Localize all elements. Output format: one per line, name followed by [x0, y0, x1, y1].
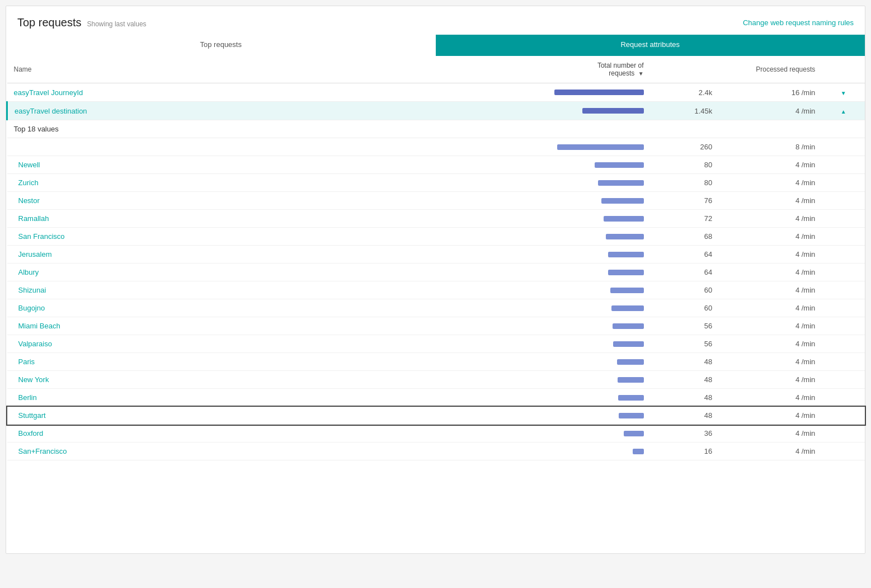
- sub-bar-indicator: [617, 359, 644, 365]
- sub-expand-cell: [822, 192, 865, 210]
- bar-indicator: [582, 108, 644, 114]
- sub-row-name[interactable]: New York: [7, 371, 479, 389]
- sub-row[interactable]: Shizunai 60 4 /min: [7, 281, 865, 299]
- sub-row-name[interactable]: Jerusalem: [7, 246, 479, 264]
- showing-label: Showing last values: [87, 20, 147, 28]
- sub-expand-cell: [822, 138, 865, 156]
- sub-row-name[interactable]: San+Francisco: [7, 443, 479, 460]
- row-name[interactable]: easyTravel JourneyId: [7, 83, 479, 102]
- sub-bar-cell: [479, 317, 651, 335]
- sub-expand-cell: [822, 443, 865, 460]
- sub-row[interactable]: Miami Beach 56 4 /min: [7, 317, 865, 335]
- sub-row-name[interactable]: Miami Beach: [7, 317, 479, 335]
- sub-count-cell: 16: [651, 443, 719, 460]
- sub-proc-cell: 4 /min: [719, 425, 822, 443]
- sub-proc-cell: 4 /min: [719, 264, 822, 281]
- sub-row[interactable]: Boxford 36 4 /min: [7, 425, 865, 443]
- expand-cell[interactable]: [822, 102, 865, 120]
- sub-count-cell: 60: [651, 299, 719, 317]
- sub-row[interactable]: Zurich 80 4 /min: [7, 174, 865, 192]
- sub-row[interactable]: San Francisco 68 4 /min: [7, 228, 865, 246]
- sub-row-name[interactable]: Zurich: [7, 174, 479, 192]
- sub-bar-cell: [479, 228, 651, 246]
- sub-proc-cell: 8 /min: [719, 138, 822, 156]
- expand-cell[interactable]: [822, 83, 865, 102]
- sub-count-cell: 76: [651, 192, 719, 210]
- tab-top-requests[interactable]: Top requests: [6, 35, 436, 56]
- tab-request-attributes[interactable]: Request attributes: [436, 35, 865, 56]
- sub-count-cell: 48: [651, 353, 719, 371]
- sub-row[interactable]: Newell 80 4 /min: [7, 156, 865, 174]
- sub-row-name[interactable]: [7, 138, 479, 156]
- sub-bar-cell: [479, 138, 651, 156]
- table-header-row: Name Total number ofrequests ▼ Processed…: [7, 56, 865, 83]
- sub-row-name[interactable]: Albury: [7, 264, 479, 281]
- tabs-container: Top requests Request attributes: [6, 35, 865, 56]
- col-header-expand: [822, 56, 865, 83]
- sub-row-name[interactable]: Shizunai: [7, 281, 479, 299]
- table-body: easyTravel JourneyId 2.4k 16 /min easyTr…: [7, 83, 865, 460]
- sub-section-header: Top 18 values: [7, 120, 865, 138]
- sub-count-cell: 48: [651, 407, 719, 425]
- sub-row-name[interactable]: Paris: [7, 353, 479, 371]
- sub-expand-cell: [822, 174, 865, 192]
- sub-row[interactable]: Nestor 76 4 /min: [7, 192, 865, 210]
- sub-row[interactable]: Paris 48 4 /min: [7, 353, 865, 371]
- sub-bar-indicator: [618, 377, 644, 383]
- sub-bar-cell: [479, 246, 651, 264]
- change-link[interactable]: Change web request naming rules: [743, 18, 854, 27]
- sub-row-name[interactable]: Valparaiso: [7, 335, 479, 353]
- sub-bar-indicator: [606, 234, 644, 239]
- sub-row[interactable]: Ramallah 72 4 /min: [7, 210, 865, 228]
- sub-row-name[interactable]: Ramallah: [7, 210, 479, 228]
- sub-row[interactable]: Stuttgart 48 4 /min: [7, 407, 865, 425]
- sub-row[interactable]: San+Francisco 16 4 /min: [7, 443, 865, 460]
- main-row[interactable]: easyTravel destination 1.45k 4 /min: [7, 102, 865, 120]
- sub-expand-cell: [822, 246, 865, 264]
- sub-bar-cell: [479, 353, 651, 371]
- sub-row[interactable]: Jerusalem 64 4 /min: [7, 246, 865, 264]
- sub-row-name[interactable]: Stuttgart: [7, 407, 479, 425]
- row-name[interactable]: easyTravel destination: [7, 102, 479, 120]
- sub-bar-cell: [479, 407, 651, 425]
- bar-cell: [479, 102, 651, 120]
- sub-row-name[interactable]: Bugojno: [7, 299, 479, 317]
- sub-proc-cell: 4 /min: [719, 246, 822, 264]
- main-row[interactable]: easyTravel JourneyId 2.4k 16 /min: [7, 83, 865, 102]
- sub-count-cell: 60: [651, 281, 719, 299]
- proc-cell: 4 /min: [719, 102, 822, 120]
- sub-count-cell: 64: [651, 264, 719, 281]
- sub-row-name[interactable]: Newell: [7, 156, 479, 174]
- sub-proc-cell: 4 /min: [719, 281, 822, 299]
- chevron-up-icon[interactable]: [839, 106, 849, 115]
- sub-row[interactable]: Berlin 48 4 /min: [7, 389, 865, 407]
- sub-row-name[interactable]: Boxford: [7, 425, 479, 443]
- sub-bar-cell: [479, 156, 651, 174]
- chevron-down-icon[interactable]: [839, 88, 849, 97]
- sub-row-name[interactable]: Nestor: [7, 192, 479, 210]
- sub-bar-indicator: [613, 341, 644, 347]
- sub-proc-cell: 4 /min: [719, 317, 822, 335]
- sub-expand-cell: [822, 281, 865, 299]
- data-table: Name Total number ofrequests ▼ Processed…: [6, 56, 865, 460]
- sub-row[interactable]: Bugojno 60 4 /min: [7, 299, 865, 317]
- sub-expand-cell: [822, 210, 865, 228]
- sub-row[interactable]: 260 8 /min: [7, 138, 865, 156]
- sub-row-name[interactable]: Berlin: [7, 389, 479, 407]
- sub-expand-cell: [822, 389, 865, 407]
- sub-row[interactable]: Valparaiso 56 4 /min: [7, 335, 865, 353]
- sub-count-cell: 48: [651, 371, 719, 389]
- sub-bar-cell: [479, 389, 651, 407]
- sub-count-cell: 80: [651, 156, 719, 174]
- sub-proc-cell: 4 /min: [719, 443, 822, 460]
- proc-cell: 16 /min: [719, 83, 822, 102]
- sub-row-name[interactable]: San Francisco: [7, 228, 479, 246]
- sub-proc-cell: 4 /min: [719, 210, 822, 228]
- sub-row[interactable]: Albury 64 4 /min: [7, 264, 865, 281]
- col-header-total[interactable]: Total number ofrequests ▼: [479, 56, 651, 83]
- sub-bar-cell: [479, 264, 651, 281]
- sub-count-cell: 56: [651, 317, 719, 335]
- sub-proc-cell: 4 /min: [719, 371, 822, 389]
- sub-count-cell: 48: [651, 389, 719, 407]
- sub-row[interactable]: New York 48 4 /min: [7, 371, 865, 389]
